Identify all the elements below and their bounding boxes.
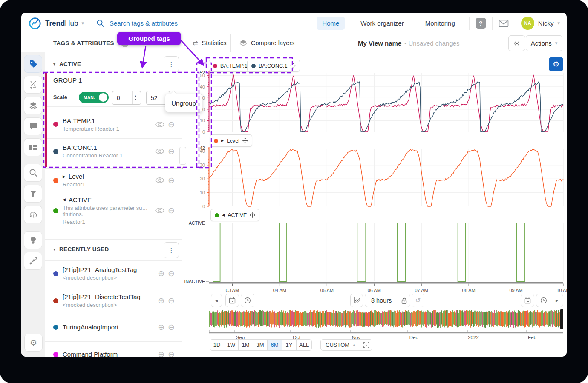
brand-logo[interactable]: TrendHub ▾ [28, 17, 84, 30]
tab-tags-attributes[interactable]: TAGS & ATTRIBUTES [53, 34, 114, 52]
brand-caret-icon[interactable]: ▾ [81, 20, 84, 26]
move-handle-icon[interactable] [250, 212, 255, 218]
live-mode-button[interactable] [508, 35, 525, 51]
rail-search-button[interactable] [24, 164, 42, 182]
recent-row[interactable]: [21ip]IP21_DiscreteTestTag <mocked descr… [45, 288, 182, 313]
callout-label: Grouped tags [128, 35, 170, 42]
rail-recommendations-button[interactable] [24, 231, 42, 249]
rail-tags-button[interactable] [24, 55, 42, 73]
manual-scale-toggle[interactable]: MAN. [79, 92, 109, 103]
rail-filter-button[interactable] [24, 185, 42, 203]
recent-row[interactable]: Command Platform ⊕ ⊖ [45, 341, 182, 357]
range-1y[interactable]: 1Y [282, 339, 297, 351]
tag-row-conc[interactable]: BA:CONC.1 Concentration Reactor 1 ⊖ [45, 138, 182, 164]
rail-settings-button[interactable]: ⚙ [24, 334, 43, 352]
fit-range-button[interactable] [360, 339, 372, 351]
legend-chip-conc[interactable]: BA:CONC.1 [247, 60, 300, 72]
rail-dashboard-button[interactable] [24, 138, 42, 156]
add-tag-icon[interactable]: ⊕ [158, 269, 164, 277]
legend-chip-level[interactable]: ▶ Level [210, 134, 252, 147]
rail-context-button[interactable] [24, 252, 42, 270]
nav-monitoring[interactable]: Monitoring [420, 17, 461, 30]
svg-text:10 AM: 10 AM [556, 288, 567, 293]
scale-min-input[interactable] [112, 94, 132, 102]
tab-statistics[interactable]: ⇄ Statistics [193, 34, 227, 52]
remove-tag-icon[interactable]: ⊖ [168, 323, 175, 331]
divider [90, 17, 90, 30]
calendar-end-button[interactable] [521, 294, 534, 307]
lock-icon [401, 297, 407, 304]
tab-compare-layers[interactable]: Compare layers [239, 34, 294, 52]
remove-tag-icon[interactable]: ⊖ [168, 147, 175, 155]
legend-chip-active[interactable]: ◀ ACTIVE [210, 209, 259, 221]
section-header-recent[interactable]: ▾ RECENTLY USED ⋮ [45, 239, 182, 258]
remove-tag-icon[interactable]: ⊖ [168, 350, 175, 357]
collapse-caret-icon[interactable]: ▾ [53, 247, 55, 252]
user-menu[interactable]: NA Nicky ▾ [521, 17, 560, 30]
remove-tag-icon[interactable]: ⊖ [168, 120, 175, 129]
pan-left-button[interactable]: ◂ [211, 294, 222, 307]
search-input[interactable] [109, 19, 247, 27]
rail-calculations-button[interactable] [24, 76, 42, 94]
avatar[interactable]: NA [521, 17, 534, 30]
search-bar[interactable] [96, 19, 317, 27]
visibility-eye-icon[interactable] [155, 208, 164, 213]
panel-resize-handle[interactable] [179, 147, 186, 165]
recent-row[interactable]: TuringAnalogImport ⊕ ⊖ [45, 315, 182, 339]
ungroup-menu-item[interactable]: Ungroup [171, 100, 196, 107]
remove-tag-icon[interactable]: ⊖ [168, 176, 175, 184]
scale-min-field[interactable]: ▴▾ [112, 91, 141, 105]
nav-home[interactable]: Home [317, 17, 345, 30]
stepper-arrows[interactable]: ▴▾ [132, 91, 138, 104]
actions-button[interactable]: Actions ▾ [526, 35, 562, 51]
clock-end-button[interactable] [536, 294, 551, 307]
lock-duration-button[interactable] [398, 294, 410, 307]
move-handle-icon[interactable] [242, 138, 248, 143]
add-tag-icon[interactable]: ⊕ [158, 350, 164, 357]
range-3m[interactable]: 3M [253, 339, 268, 351]
duration-button[interactable]: 8 hours [365, 294, 398, 307]
rail-fingerprint-button[interactable] [24, 206, 42, 223]
remove-tag-icon[interactable]: ⊖ [168, 269, 175, 277]
add-tag-icon[interactable]: ⊕ [158, 297, 164, 305]
recent-row[interactable]: [21ip]IP21_AnalogTestTag <mocked descrip… [45, 260, 182, 286]
panel-collapse-button[interactable]: × [179, 165, 185, 172]
help-button[interactable]: ? [476, 18, 486, 29]
range-1w[interactable]: 1W [224, 339, 239, 351]
tag-row-active[interactable]: ◀ACTIVE This attribute uses parameter su… [45, 194, 182, 227]
remove-tag-icon[interactable]: ⊖ [168, 297, 175, 305]
mail-icon[interactable] [499, 20, 509, 27]
share-nodes-icon [29, 257, 37, 265]
range-6m[interactable]: 6M [268, 339, 282, 351]
scale-max-input[interactable] [147, 94, 166, 102]
chart-settings-button[interactable]: ⚙ [549, 57, 563, 71]
rail-layers-button[interactable] [24, 97, 42, 114]
tag-row-level[interactable]: ▶Level Reactor1 ⊖ [45, 168, 182, 192]
group-scale-row: Scale MAN. ▴▾ [45, 91, 182, 106]
pan-right-button[interactable]: ▸ [551, 294, 563, 307]
nav-work-organizer[interactable]: Work organizer [355, 17, 409, 30]
visibility-eye-icon[interactable] [155, 177, 164, 183]
section-header-active[interactable]: ▾ ACTIVE ⋮ [45, 55, 182, 72]
range-1d[interactable]: 1D [210, 339, 224, 351]
tag-row-temp[interactable]: BA:TEMP.1 Temperature Reactor 1 ⊖ [45, 111, 182, 137]
move-handle-icon[interactable] [290, 63, 296, 69]
range-1m[interactable]: 1M [239, 339, 253, 351]
collapse-caret-icon[interactable]: ▾ [53, 62, 55, 66]
ungroup-menu[interactable]: Ungroup [165, 94, 202, 112]
custom-range-button[interactable]: CUSTOM ▴ [320, 339, 360, 351]
visibility-eye-icon[interactable] [155, 149, 164, 154]
section-menu-button[interactable]: ⋮ [164, 56, 179, 72]
calendar-start-button[interactable] [225, 294, 239, 307]
divider [469, 17, 470, 30]
range-all[interactable]: ALL [297, 339, 312, 351]
history-button[interactable]: ↺ [412, 294, 424, 307]
add-tag-icon[interactable]: ⊕ [158, 323, 164, 331]
remove-tag-icon[interactable]: ⊖ [168, 206, 175, 214]
chart-type-button[interactable] [350, 294, 363, 307]
section-menu-button[interactable]: ⋮ [164, 242, 179, 258]
rail-comments-button[interactable] [24, 117, 42, 135]
visibility-eye-icon[interactable] [155, 122, 164, 127]
gear-icon: ⚙ [553, 60, 559, 69]
clock-start-button[interactable] [241, 294, 254, 307]
